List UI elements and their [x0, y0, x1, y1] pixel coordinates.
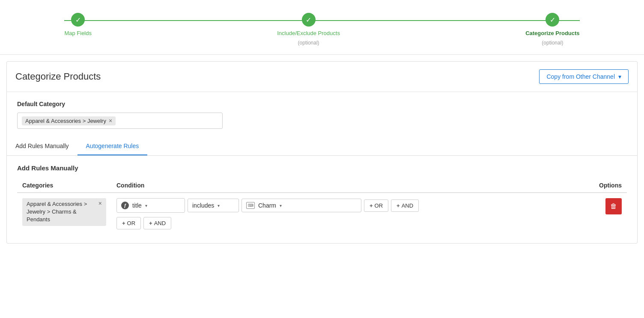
rules-table: Categories Condition Options Apparel & A…: [17, 178, 627, 235]
options-row: 🗑: [564, 198, 622, 214]
step-map-fields: ✓ Map Fields: [64, 13, 92, 46]
page-title: Categorize Products: [15, 71, 101, 82]
keyboard-icon: ⌨: [246, 202, 255, 209]
condition-row: ƒ title ▾ includes ▾ ⌨: [116, 198, 553, 213]
chevron-down-icon: ▾: [280, 203, 282, 208]
progress-section: ✓ Map Fields ✓ Include/Exclude Products …: [0, 0, 644, 55]
category-tag: Apparel & Accessories > Jewelry > Charms…: [22, 198, 106, 226]
condition-value-text: Charm: [258, 202, 276, 209]
or-and-row: + OR + AND: [116, 217, 553, 229]
default-category-section: Default Category Apparel & Accessories >…: [7, 92, 637, 137]
default-category-tag-close[interactable]: ×: [109, 118, 112, 124]
field-type-icon: ƒ: [121, 202, 129, 209]
tab-autogenerate-rules[interactable]: Autogenerate Rules: [78, 137, 148, 155]
operator-select[interactable]: includes ▾: [188, 199, 239, 212]
tabs: Add Rules Manually Autogenerate Rules: [7, 137, 637, 156]
col-options: Options: [558, 178, 627, 193]
field-type-select[interactable]: ƒ title ▾: [116, 198, 185, 213]
table-row: Apparel & Accessories > Jewelry > Charms…: [17, 193, 627, 235]
step-label-include-exclude: Include/Exclude Products: [277, 30, 340, 36]
inline-or-button[interactable]: + OR: [364, 199, 388, 212]
step-include-exclude: ✓ Include/Exclude Products (optional): [277, 13, 340, 46]
chevron-down-icon: ▾: [618, 73, 621, 80]
default-category-tag-text: Apparel & Accessories > Jewelry: [25, 118, 106, 124]
chevron-down-icon: ▾: [145, 203, 147, 208]
rules-table-body: Apparel & Accessories > Jewelry > Charms…: [17, 193, 627, 235]
step-circle-map-fields: ✓: [71, 13, 85, 27]
and-btn-label: AND: [154, 220, 166, 226]
rules-section-title: Add Rules Manually: [17, 164, 627, 172]
step-label-map-fields: Map Fields: [64, 30, 92, 36]
options-cell: 🗑: [558, 193, 627, 235]
trash-icon: 🗑: [610, 202, 617, 210]
tab-add-rules-manually[interactable]: Add Rules Manually: [7, 137, 78, 155]
rules-table-header: Categories Condition Options: [17, 178, 627, 193]
col-condition: Condition: [111, 178, 558, 193]
condition-cell: ƒ title ▾ includes ▾ ⌨: [111, 193, 558, 235]
category-tag-close[interactable]: ×: [98, 200, 102, 206]
field-type-value: title: [132, 202, 142, 209]
category-cell: Apparel & Accessories > Jewelry > Charms…: [17, 193, 111, 235]
chevron-down-icon: ▾: [218, 203, 220, 208]
default-category-label: Default Category: [17, 101, 627, 107]
or-btn-label: OR: [127, 220, 136, 226]
step-categorize: ✓ Categorize Products (optional): [525, 13, 579, 46]
step-label-categorize: Categorize Products: [525, 30, 579, 36]
operator-value: includes: [192, 202, 214, 209]
main-content: Categorize Products Copy from Other Chan…: [6, 61, 638, 244]
category-tag-text: Apparel & Accessories > Jewelry > Charms…: [27, 200, 96, 224]
copy-from-other-channel-button[interactable]: Copy from Other Channel ▾: [539, 69, 629, 84]
step-circle-include-exclude: ✓: [302, 13, 316, 27]
step-sublabel-categorize: (optional): [542, 40, 563, 46]
or-button[interactable]: + OR: [116, 217, 141, 229]
col-categories: Categories: [17, 178, 111, 193]
or-label: OR: [375, 202, 383, 209]
progress-steps: ✓ Map Fields ✓ Include/Exclude Products …: [64, 13, 579, 46]
copy-btn-label: Copy from Other Channel: [546, 73, 615, 80]
and-button[interactable]: + AND: [143, 217, 171, 229]
delete-rule-button[interactable]: 🗑: [605, 198, 622, 214]
and-label: AND: [402, 202, 413, 209]
page-header: Categorize Products Copy from Other Chan…: [7, 62, 637, 92]
rules-section: Add Rules Manually Categories Condition …: [7, 156, 637, 243]
default-category-input[interactable]: Apparel & Accessories > Jewelry ×: [17, 113, 223, 129]
condition-value-select[interactable]: ⌨ Charm ▾: [242, 199, 361, 212]
default-category-tag: Apparel & Accessories > Jewelry ×: [22, 116, 116, 125]
inline-and-button[interactable]: + AND: [391, 199, 419, 212]
step-sublabel-include-exclude: (optional): [298, 40, 319, 46]
step-circle-categorize: ✓: [546, 13, 559, 27]
